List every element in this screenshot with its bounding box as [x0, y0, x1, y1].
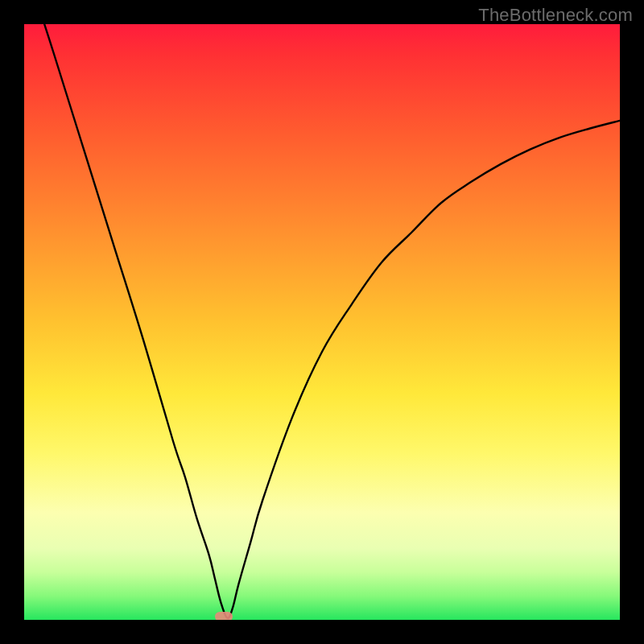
optimal-point-marker: [215, 612, 233, 620]
chart-area: [24, 24, 620, 620]
bottleneck-curve: [24, 24, 620, 620]
watermark-text: TheBottleneck.com: [478, 5, 633, 26]
